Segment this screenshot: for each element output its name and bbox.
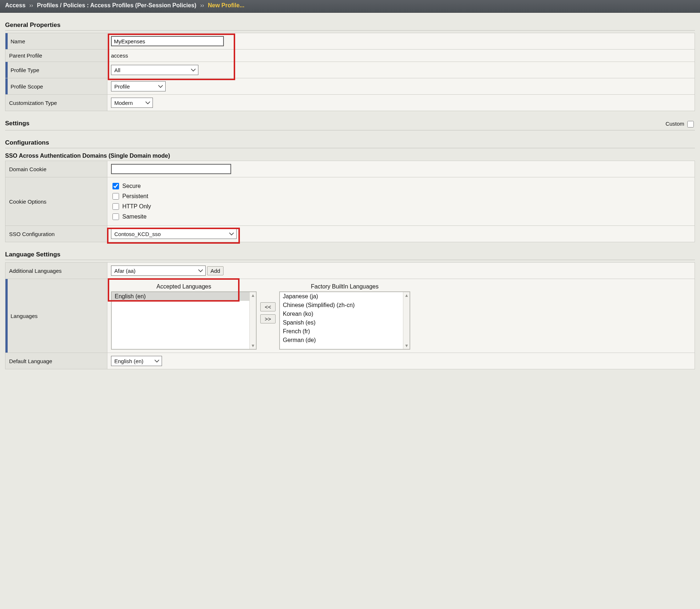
general-properties-table: Name Parent Profile access Profile Type … (5, 33, 695, 111)
custom-checkbox-label: Custom (665, 121, 684, 127)
list-item[interactable]: Japanese (ja) (280, 292, 410, 301)
http-only-checkbox[interactable] (112, 203, 119, 210)
chevron-down-icon (198, 269, 203, 272)
scrollbar[interactable]: ▲ ▼ (249, 292, 256, 349)
breadcrumb-mid[interactable]: Profiles / Policies : Access Profiles (P… (37, 2, 197, 8)
label-customization-type: Customization Type (5, 95, 107, 111)
list-item[interactable]: Spanish (es) (280, 318, 410, 327)
additional-languages-select[interactable]: Afar (aa) (111, 266, 206, 276)
profile-scope-select[interactable]: Profile (111, 81, 166, 91)
sso-table: Domain Cookie Cookie Options Secure Pers… (5, 161, 695, 242)
section-heading-settings: Settings Custom (5, 120, 695, 130)
list-item[interactable]: German (de) (280, 336, 410, 345)
list-item[interactable]: French (fr) (280, 327, 410, 336)
scroll-down-icon[interactable]: ▼ (251, 343, 255, 348)
secure-checkbox[interactable] (112, 183, 119, 189)
list-item[interactable]: English (en) (112, 292, 256, 301)
value-parent-profile: access (107, 50, 695, 62)
default-language-value: English (en) (114, 358, 143, 364)
additional-languages-value: Afar (aa) (114, 268, 135, 274)
section-heading-configurations: Configurations (5, 139, 695, 148)
profile-type-select[interactable]: All (111, 65, 198, 75)
samesite-checkbox[interactable] (112, 213, 119, 220)
label-parent-profile: Parent Profile (5, 50, 107, 62)
samesite-label: Samesite (122, 213, 147, 220)
http-only-label: HTTP Only (122, 203, 151, 210)
breadcrumb-current: New Profile... (208, 2, 244, 8)
add-language-button[interactable]: Add (207, 266, 224, 275)
label-name: Name (5, 33, 107, 50)
domain-cookie-input[interactable] (111, 164, 231, 174)
scroll-down-icon[interactable]: ▼ (404, 343, 409, 348)
persistent-label: Persistent (122, 193, 148, 200)
name-input[interactable] (111, 36, 224, 46)
label-cookie-options: Cookie Options (5, 177, 107, 226)
breadcrumb-root[interactable]: Access (5, 2, 25, 8)
chevron-down-icon (191, 68, 196, 72)
profile-scope-value: Profile (114, 83, 130, 90)
chevron-down-icon (229, 232, 234, 236)
default-language-select[interactable]: English (en) (111, 356, 162, 366)
chevron-down-icon (154, 359, 159, 363)
accepted-languages-title: Accepted Languages (111, 282, 257, 291)
persistent-checkbox[interactable] (112, 193, 119, 200)
sso-configuration-value: Contoso_KCD_sso (114, 231, 161, 237)
breadcrumb: Access ›› Profiles / Policies : Access P… (0, 0, 700, 13)
label-default-language: Default Language (5, 353, 107, 369)
chevron-down-icon (145, 101, 150, 105)
factory-languages-title: Factory BuiltIn Languages (279, 282, 410, 291)
factory-languages-list[interactable]: Japanese (ja)Chinese (Simplified) (zh-cn… (279, 291, 410, 350)
customization-type-select[interactable]: Modern (111, 98, 153, 108)
section-heading-general: General Properties (5, 21, 695, 31)
label-additional-languages: Additional Languages (5, 263, 107, 279)
move-left-button[interactable]: << (260, 302, 276, 311)
scrollbar[interactable]: ▲ ▼ (403, 292, 410, 349)
label-sso-configuration: SSO Configuration (5, 226, 107, 242)
customization-type-value: Modern (114, 100, 133, 106)
section-heading-language: Language Settings (5, 251, 695, 260)
sso-subheader: SSO Across Authentication Domains (Singl… (5, 153, 695, 159)
accepted-languages-list[interactable]: English (en) ▲ ▼ (111, 291, 257, 350)
custom-checkbox[interactable] (687, 121, 694, 127)
label-profile-type: Profile Type (5, 62, 107, 78)
sso-configuration-select[interactable]: Contoso_KCD_sso (111, 229, 237, 239)
breadcrumb-sep: ›› (27, 2, 36, 8)
chevron-down-icon (158, 85, 163, 88)
move-right-button[interactable]: >> (260, 314, 276, 323)
label-languages: Languages (5, 279, 107, 353)
secure-label: Secure (122, 183, 141, 189)
list-item[interactable]: Chinese (Simplified) (zh-cn) (280, 301, 410, 310)
scroll-up-icon[interactable]: ▲ (251, 293, 255, 298)
profile-type-value: All (114, 67, 120, 73)
list-item[interactable]: Korean (ko) (280, 310, 410, 318)
language-table: Additional Languages Afar (aa) Add Langu… (5, 262, 695, 369)
breadcrumb-sep: ›› (198, 2, 206, 8)
label-domain-cookie: Domain Cookie (5, 161, 107, 177)
settings-heading-text: Settings (5, 120, 29, 127)
scroll-up-icon[interactable]: ▲ (404, 293, 409, 298)
label-profile-scope: Profile Scope (5, 78, 107, 95)
